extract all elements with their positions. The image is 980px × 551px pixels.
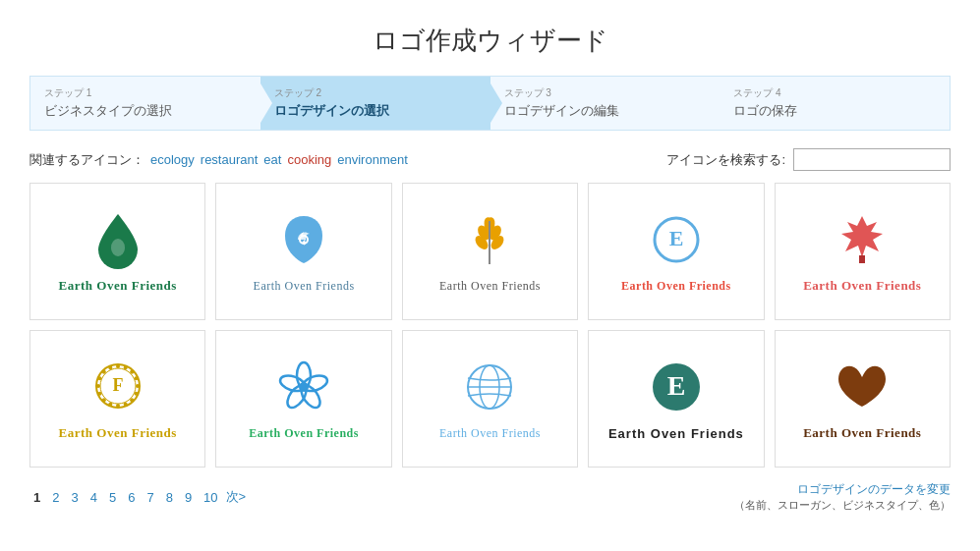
logo-text-9: Earth Oven Friends [608,426,744,441]
change-design-sub: （名前、スローガン、ビジネスタイプ、色） [734,498,951,513]
tag-eat[interactable]: eat [263,152,281,167]
logo-icon-10 [833,357,892,415]
tag-restaurant[interactable]: restaurant [201,152,259,167]
svg-point-16 [130,398,134,402]
page-numbers: 12345678910次> [29,488,246,506]
logo-grid: Earth Oven Friends Earth Oven Friends Ea… [29,183,951,468]
logo-card-6[interactable]: F Earth Oven Friends [29,330,205,468]
logo-icon-9: E [647,358,706,416]
svg-point-26 [116,364,120,368]
svg-point-24 [102,370,106,374]
svg-text:E: E [667,370,686,401]
logo-card-2[interactable]: Earth Oven Friends [215,183,391,320]
logo-text-2: Earth Oven Friends [254,279,355,294]
tag-cooking[interactable]: cooking [287,152,331,167]
logo-text-4: Earth Oven Friends [621,279,731,294]
page-10[interactable]: 10 [200,489,221,506]
search-label: アイコンを検索する: [666,151,785,169]
page-5[interactable]: 5 [105,489,120,506]
logo-card-3[interactable]: Earth Oven Friends [402,183,578,320]
logo-card-5[interactable]: Earth Oven Friends [775,183,951,320]
tag-environment[interactable]: environment [337,152,408,167]
svg-point-21 [97,392,101,396]
logo-card-10[interactable]: Earth Oven Friends [775,330,951,468]
logo-icon-8 [460,358,519,416]
page-6[interactable]: 6 [124,489,139,506]
logo-card-7[interactable]: Earth Oven Friends [215,330,391,468]
logo-text-5: Earth Oven Friends [803,278,921,294]
pagination: 12345678910次> ロゴデザインのデータを変更 （名前、スローガン、ビジ… [29,481,951,513]
svg-point-17 [123,402,127,406]
change-design-label: ロゴデザインのデータを変更 [734,481,951,498]
svg-point-20 [102,398,106,402]
logo-icon-2 [274,210,333,269]
search-area: アイコンを検索する: [666,148,951,171]
logo-card-4[interactable]: E Earth Oven Friends [588,183,764,320]
logo-text-6: Earth Oven Friends [59,425,177,441]
svg-point-23 [97,376,101,380]
svg-point-25 [108,366,112,370]
logo-text-3: Earth Oven Friends [439,279,541,294]
logo-icon-4: E [647,210,706,269]
change-design-link[interactable]: ロゴデザインのデータを変更 （名前、スローガン、ビジネスタイプ、色） [734,481,951,513]
logo-icon-1 [88,209,147,268]
page-7[interactable]: 7 [143,489,157,506]
tag-ecology[interactable]: ecology [150,152,195,167]
step-2[interactable]: ステップ 2 ロゴデザインの選択 [260,77,490,130]
logo-text-7: Earth Oven Friends [249,426,359,441]
svg-point-19 [108,402,112,406]
steps-bar: ステップ 1 ビジネスタイプの選択 ステップ 2 ロゴデザインの選択 ステップ … [29,76,951,131]
step-3[interactable]: ステップ 3 ロゴデザインの編集 [490,77,721,130]
svg-point-22 [96,384,100,388]
svg-text:E: E [669,226,684,250]
page-8[interactable]: 8 [162,489,177,506]
step-4[interactable]: ステップ 4 ロゴの保存 [720,77,950,130]
logo-card-1[interactable]: Earth Oven Friends [29,183,205,320]
svg-point-28 [130,370,134,374]
page-1[interactable]: 1 [29,489,44,506]
logo-card-8[interactable]: Earth Oven Friends [402,330,578,468]
svg-point-14 [136,384,140,388]
svg-point-27 [123,366,127,370]
logo-icon-7 [274,358,333,416]
toolbar: 関連するアイコン： ecology restaurant eat cooking… [29,148,951,171]
logo-card-9[interactable]: E Earth Oven Friends [588,330,764,468]
logo-icon-6: F [88,357,147,415]
page-3[interactable]: 3 [67,489,82,506]
svg-point-29 [134,376,138,380]
logo-text-10: Earth Oven Friends [803,425,921,441]
page-9[interactable]: 9 [181,489,196,506]
svg-point-0 [111,239,125,256]
svg-text:F: F [112,375,123,395]
related-label: 関連するアイコン： [29,151,144,169]
search-input[interactable] [793,148,951,171]
svg-point-36 [299,382,309,392]
logo-icon-3 [460,210,519,269]
svg-rect-11 [859,255,865,263]
logo-icon-5 [833,209,892,268]
page-4[interactable]: 4 [86,489,101,506]
svg-point-15 [134,392,138,396]
logo-text-1: Earth Oven Friends [59,278,177,294]
page-2[interactable]: 2 [48,489,63,506]
page-title: ロゴ作成ウィザード [0,0,980,76]
related-icons-area: 関連するアイコン： ecology restaurant eat cooking… [29,151,408,169]
step-1[interactable]: ステップ 1 ビジネスタイプの選択 [30,77,260,130]
logo-text-8: Earth Oven Friends [439,426,541,441]
svg-point-18 [116,404,120,408]
page-next[interactable]: 次> [226,488,247,506]
